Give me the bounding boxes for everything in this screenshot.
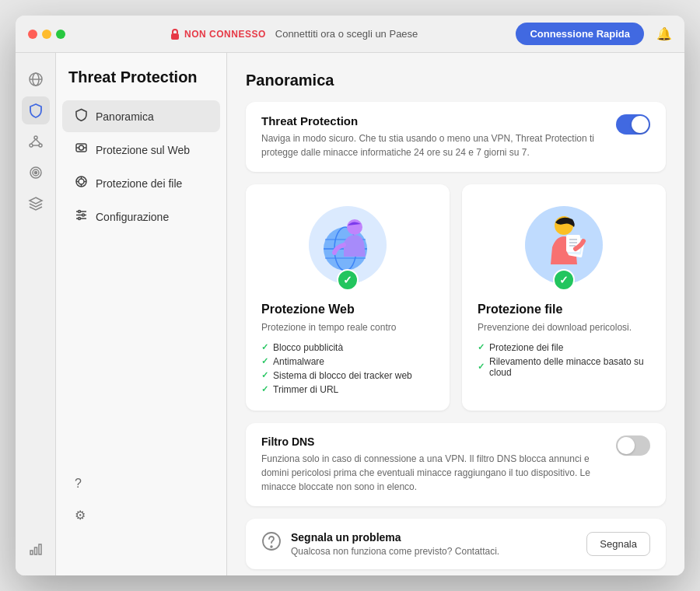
sidebar-item-web[interactable]: Protezione sul Web	[62, 134, 220, 166]
feature-cards: ✓ Protezione Web Protezione in tempo rea…	[246, 184, 666, 411]
sidebar: Threat Protection Panoramica	[56, 53, 227, 575]
report-card: Segnala un problema Qualcosa non funzion…	[246, 519, 666, 569]
settings-gear-icon: ⚙	[75, 508, 86, 523]
panoramica-icon	[75, 108, 88, 124]
svg-rect-0	[171, 33, 179, 40]
app-window: NON CONNESSO Connettiti ora o scegli un …	[16, 16, 684, 575]
sidebar-item-config[interactable]: Configurazione	[62, 201, 220, 233]
dns-filter-text: Filtro DNS Funziona solo in caso di conn…	[261, 435, 616, 494]
dns-filter-title: Filtro DNS	[261, 435, 616, 448]
file-protection-card: ✓ Protezione file Prevenzione dei downlo…	[462, 184, 666, 411]
sidebar-title: Threat Protection	[56, 68, 226, 99]
svg-rect-13	[30, 551, 33, 554]
feature-item: Sistema di blocco dei tracker web	[261, 370, 434, 381]
titlebar-subtitle: Connettiti ora o scegli un Paese	[275, 28, 418, 40]
web-protection-illustration: ✓	[261, 200, 434, 293]
report-desc: Qualcosa non funziona come previsto? Con…	[291, 546, 499, 557]
svg-rect-14	[34, 547, 37, 554]
help-icon: ?	[75, 477, 82, 491]
file-protection-desc: Prevenzione dei download pericolosi.	[478, 321, 650, 334]
titlebar-center: NON CONNESSO Connettiti ora o scegli un …	[78, 28, 509, 40]
svg-point-5	[30, 144, 33, 147]
nav-shield[interactable]	[22, 96, 50, 124]
sidebar-item-file[interactable]: Protezione dei file	[62, 167, 220, 199]
feature-item: Trimmer di URL	[261, 384, 434, 395]
svg-point-30	[82, 214, 85, 216]
close-button[interactable]	[28, 30, 37, 39]
nav-layers[interactable]	[22, 190, 50, 218]
content-area: Panoramica Threat Protection Naviga in m…	[227, 53, 684, 575]
configurazione-icon	[75, 208, 88, 225]
web-protection-card: ✓ Protezione Web Protezione in tempo rea…	[246, 184, 450, 411]
sidebar-label-web: Protezione sul Web	[96, 144, 190, 156]
web-protection-desc: Protezione in tempo reale contro	[261, 321, 434, 334]
svg-point-17	[79, 145, 84, 150]
traffic-lights	[28, 30, 65, 39]
svg-point-38	[347, 219, 362, 235]
web-protection-features: Blocco pubblicità Antimalware Sistema di…	[261, 342, 434, 395]
quick-connect-button[interactable]: Connessione Rapida	[516, 23, 644, 45]
feature-item: Blocco pubblicità	[261, 342, 434, 353]
feature-item: Antimalware	[261, 356, 434, 367]
file-check-badge: ✓	[553, 269, 575, 291]
feature-item: Protezione dei file	[478, 342, 650, 353]
report-button[interactable]: Segnala	[586, 532, 650, 556]
svg-point-6	[39, 144, 42, 147]
svg-line-7	[31, 139, 36, 144]
report-card-left: Segnala un problema Qualcosa non funzion…	[261, 531, 499, 557]
file-protection-features: Protezione dei file Rilevamento delle mi…	[478, 342, 650, 378]
web-protection-icon	[75, 142, 88, 158]
threat-protection-desc: Naviga in modo sicuro. Che tu stia usand…	[261, 131, 616, 159]
sidebar-label-file: Protezione dei file	[96, 177, 182, 190]
main-layout: Threat Protection Panoramica	[16, 53, 684, 575]
sidebar-label-panoramica: Panoramica	[96, 110, 154, 123]
sidebar-label-config: Configurazione	[96, 211, 169, 223]
dns-filter-card: Filtro DNS Funziona solo in caso di conn…	[246, 423, 666, 506]
maximize-button[interactable]	[56, 30, 65, 39]
web-check-badge: ✓	[337, 269, 359, 291]
bell-icon[interactable]: 🔔	[656, 26, 672, 41]
threat-protection-card: Threat Protection Naviga in modo sicuro.…	[246, 102, 666, 172]
svg-rect-15	[39, 544, 41, 554]
not-connected-label: NON CONNESSO	[184, 29, 266, 40]
threat-protection-card-title: Threat Protection	[261, 114, 616, 128]
file-protection-illustration: ✓	[478, 200, 650, 293]
report-title: Segnala un problema	[291, 531, 499, 544]
threat-protection-text: Threat Protection Naviga in modo sicuro.…	[261, 114, 616, 159]
page-title: Panoramica	[246, 72, 666, 89]
icon-rail	[16, 53, 56, 575]
svg-point-12	[34, 172, 37, 174]
minimize-button[interactable]	[42, 30, 51, 39]
dns-filter-toggle[interactable]	[616, 435, 650, 456]
sidebar-help[interactable]: ?	[62, 469, 220, 498]
svg-line-8	[36, 139, 40, 144]
nav-mesh[interactable]	[22, 128, 50, 156]
svg-point-21	[79, 179, 84, 184]
sidebar-item-panoramica[interactable]: Panoramica	[62, 100, 220, 132]
svg-point-31	[79, 218, 81, 220]
threat-protection-toggle[interactable]	[616, 114, 650, 135]
feature-item: Rilevamento delle minacce basato su clou…	[478, 356, 650, 378]
report-card-text: Segnala un problema Qualcosa non funzion…	[291, 531, 499, 557]
nav-target[interactable]	[22, 159, 50, 187]
titlebar: NON CONNESSO Connettiti ora o scegli un …	[16, 16, 684, 53]
nav-stats[interactable]	[22, 535, 50, 563]
question-circle-icon	[261, 531, 282, 551]
file-protection-icon	[75, 175, 88, 191]
sidebar-settings[interactable]: ⚙	[62, 500, 220, 530]
svg-point-29	[79, 211, 81, 213]
nav-globe[interactable]	[22, 65, 50, 93]
lock-icon	[170, 28, 180, 40]
web-protection-title: Protezione Web	[261, 302, 434, 316]
report-icon	[261, 531, 282, 556]
svg-point-48	[271, 546, 272, 547]
connection-status: NON CONNESSO	[170, 28, 266, 40]
dns-filter-desc: Funziona solo in caso di connessione a u…	[261, 452, 616, 494]
svg-point-4	[34, 136, 37, 139]
file-protection-title: Protezione file	[478, 302, 650, 316]
